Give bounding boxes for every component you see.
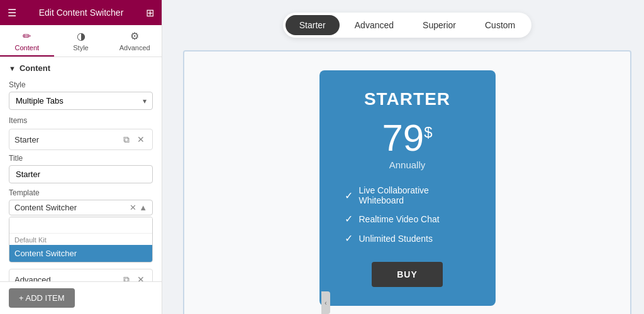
remove-item-starter[interactable]: ✕ [135, 133, 147, 146]
template-select-actions: ✕ ▲ [130, 203, 147, 212]
tab-superior[interactable]: Superior [409, 15, 470, 35]
dropdown-group-label: Default Kit [9, 234, 152, 245]
feature-item: ✓ Unlimited Students [345, 232, 470, 244]
price-value: 79 [382, 117, 424, 159]
dropdown-search-input[interactable] [9, 217, 152, 234]
feature-text-1: Live Collaborative Whiteboard [359, 185, 470, 205]
items-label: Items [9, 116, 153, 125]
panel-body: ▼ Content Style Multiple Tabs Items Star… [0, 57, 162, 281]
duplicate-item-advanced[interactable]: ⧉ [121, 273, 132, 282]
template-select-value: Content Switcher [14, 203, 130, 212]
left-panel: ☰ Edit Content Switcher ⊞ ✏ Content ◑ St… [0, 0, 162, 314]
check-icon: ✓ [345, 232, 353, 244]
style-select-wrapper: Multiple Tabs [9, 92, 153, 110]
feature-item: ✓ Live Collaborative Whiteboard [345, 185, 470, 205]
grid-icon[interactable]: ⊞ [146, 7, 154, 19]
preview-area: STARTER 79$ Annually ✓ Live Collaborativ… [183, 50, 631, 314]
currency-symbol: $ [424, 124, 432, 141]
tab-starter[interactable]: Starter [286, 15, 340, 35]
style-tab-icon: ◑ [77, 30, 86, 42]
advanced-tab-label: Advanced [119, 44, 150, 51]
pricing-card-title: STARTER [345, 89, 470, 109]
style-tab-label: Style [73, 44, 88, 51]
tab-style[interactable]: ◑ Style [54, 25, 108, 57]
title-section: Title [9, 154, 153, 183]
list-item: Starter ⧉ ✕ [9, 129, 153, 150]
panel-tabs: ✏ Content ◑ Style ⚙ Advanced [0, 25, 162, 57]
title-input[interactable] [9, 165, 153, 183]
panel-header-title: Edit Content Switcher [39, 8, 124, 18]
title-label: Title [9, 154, 153, 163]
list-item: Advanced ⧉ ✕ [9, 269, 153, 281]
add-item-label: + ADD ITEM [19, 293, 65, 303]
feature-item: ✓ Realtime Video Chat [345, 213, 470, 225]
content-tab-label: Content [15, 44, 40, 51]
template-select-row[interactable]: Content Switcher ✕ ▲ [9, 200, 153, 215]
panel-header: ☰ Edit Content Switcher ⊞ [0, 0, 162, 25]
tab-advanced[interactable]: ⚙ Advanced [108, 25, 162, 57]
feature-text-2: Realtime Video Chat [359, 214, 440, 224]
tab-advanced[interactable]: Advanced [341, 15, 408, 35]
style-label: Style [9, 80, 153, 89]
pricing-features: ✓ Live Collaborative Whiteboard ✓ Realti… [345, 185, 470, 244]
style-select[interactable]: Multiple Tabs [9, 92, 153, 110]
hamburger-icon[interactable]: ☰ [8, 7, 16, 19]
content-tab-icon: ✏ [23, 30, 31, 42]
template-clear-icon[interactable]: ✕ [130, 203, 136, 212]
item-actions-advanced: ⧉ ✕ [121, 273, 147, 282]
add-item-button[interactable]: + ADD ITEM [9, 288, 75, 308]
remove-item-advanced[interactable]: ✕ [135, 273, 147, 282]
buy-button[interactable]: BUY [372, 262, 443, 287]
tab-content[interactable]: ✏ Content [0, 25, 54, 57]
collapse-handle[interactable]: ‹ [321, 291, 330, 314]
tab-bar: Starter Advanced Superior Custom [283, 13, 531, 38]
pricing-period: Annually [345, 160, 470, 170]
check-icon: ✓ [345, 190, 353, 202]
pricing-card: STARTER 79$ Annually ✓ Live Collaborativ… [319, 70, 496, 306]
tab-custom[interactable]: Custom [471, 15, 529, 35]
section-chevron: ▼ [9, 65, 16, 72]
item-label-advanced: Advanced [14, 275, 121, 282]
template-section: Template Content Switcher ✕ ▲ Default Ki… [9, 188, 153, 263]
section-title: Content [19, 63, 50, 73]
dropdown-item-selected[interactable]: Content Switcher [9, 245, 152, 262]
template-label: Template [9, 188, 153, 197]
template-dropdown: Default Kit Content Switcher [9, 217, 153, 263]
item-actions-starter: ⧉ ✕ [121, 133, 147, 146]
duplicate-item-starter[interactable]: ⧉ [121, 133, 132, 146]
right-panel: Starter Advanced Superior Custom STARTER… [170, 0, 644, 314]
item-label-starter: Starter [14, 135, 121, 144]
template-expand-icon[interactable]: ▲ [139, 203, 147, 212]
feature-text-3: Unlimited Students [359, 234, 433, 244]
pricing-card-price: 79$ [345, 119, 470, 157]
content-section-header: ▼ Content [9, 63, 153, 73]
advanced-tab-icon: ⚙ [130, 30, 139, 42]
style-row: Style Multiple Tabs [9, 80, 153, 110]
panel-footer: + ADD ITEM [0, 281, 162, 314]
check-icon: ✓ [345, 213, 353, 225]
